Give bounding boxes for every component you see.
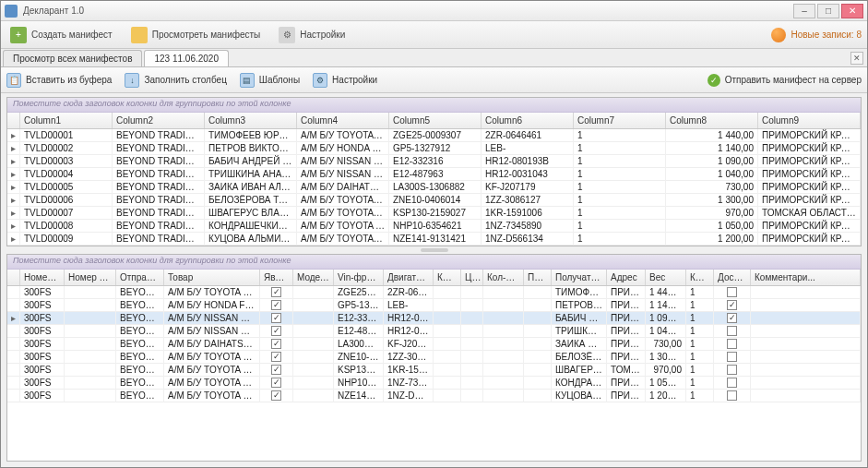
checkbox[interactable] xyxy=(271,339,281,349)
cell[interactable]: БАБИЧ АНДРЕЙ ЮРЬЕВИЧ xyxy=(205,155,297,168)
table-row[interactable]: ▸ 300FS BEYOND TRA... А/М Б/У NISSAN NOT… xyxy=(7,312,861,325)
cell[interactable] xyxy=(260,325,293,338)
cell[interactable] xyxy=(524,351,552,364)
cell[interactable]: ПРИМОРСКИЙ КРАЙ Г.УССУРИ... xyxy=(758,142,861,155)
cell[interactable]: 1 xyxy=(686,312,714,325)
cell[interactable] xyxy=(293,312,334,325)
cell[interactable] xyxy=(483,286,524,299)
cell[interactable]: КУЦОВА АЛЬМИ... xyxy=(552,390,607,402)
cell[interactable]: BEYOND TRA... xyxy=(116,364,164,377)
cell[interactable]: ПЕТРОВ ВИКТОР ВЛАДИСЛАВО... xyxy=(205,142,297,155)
cell[interactable] xyxy=(293,351,334,364)
cell[interactable]: 970,00 xyxy=(666,207,758,220)
cell[interactable]: ZGE25-0009... xyxy=(334,286,384,299)
cell[interactable]: 1KR-1591006 xyxy=(482,207,574,220)
cell[interactable]: А/М Б/У TOYOTA WISH xyxy=(297,129,389,142)
cell[interactable] xyxy=(65,325,116,338)
cell[interactable] xyxy=(434,325,461,338)
cell[interactable]: 1 040,00 xyxy=(666,168,758,181)
cell[interactable]: HR12-080193B xyxy=(482,155,574,168)
cell[interactable]: ТVLD00003 xyxy=(20,155,113,168)
cell[interactable] xyxy=(483,299,524,312)
cell[interactable]: 1 xyxy=(686,377,714,390)
cell[interactable] xyxy=(65,364,116,377)
cell[interactable]: ПРИМОРСК... xyxy=(607,390,646,402)
cell[interactable]: ПРИМОРСКИЙ КРАЙ Г.ВЛАДИВ... xyxy=(758,233,861,246)
table-row[interactable]: ▸ ТVLD00001 BEYOND TRADING LIMITED ТИМОФ… xyxy=(7,129,861,142)
column-header[interactable]: Вес xyxy=(646,270,686,285)
cell[interactable] xyxy=(461,299,483,312)
column-header[interactable]: Модель авто xyxy=(293,270,334,285)
templates-button[interactable]: ▤ Шаблоны xyxy=(240,73,300,88)
checkbox[interactable] xyxy=(271,287,281,297)
checkbox[interactable] xyxy=(727,352,737,362)
cell[interactable]: КУЦОВА АЛЬМИРА МАГАФУРО... xyxy=(205,233,297,246)
maximize-button[interactable]: □ xyxy=(817,4,839,18)
cell[interactable]: KSP130-215... xyxy=(334,364,384,377)
cell[interactable]: GP5-1327912 xyxy=(334,299,384,312)
cell[interactable]: 300FS xyxy=(20,338,65,351)
cell[interactable] xyxy=(434,312,461,325)
cell[interactable]: ТРИШКИНА АНА... xyxy=(552,325,607,338)
cell[interactable]: ПРИМОРСКИЙ КРАЙ Г.ВЛАДИВ... xyxy=(758,181,861,194)
cell[interactable] xyxy=(461,364,483,377)
cell[interactable]: 1 300,00 xyxy=(646,351,686,364)
cell[interactable]: 1 140,00 xyxy=(666,142,758,155)
cell[interactable]: КОНДРАШЕЧКИ... xyxy=(552,377,607,390)
cell[interactable]: BEYOND TRA... xyxy=(116,325,164,338)
cell[interactable]: 2ZR-0646461 xyxy=(482,129,574,142)
cell[interactable]: BEYOND TRADING LIMITED xyxy=(113,207,205,220)
column-header[interactable]: Отправитель xyxy=(116,270,164,285)
cell[interactable]: ПРИМОРСКИЙ КРАЙ Г.УССУРИ... xyxy=(758,129,861,142)
cell[interactable] xyxy=(751,286,861,299)
cell[interactable] xyxy=(751,312,861,325)
cell[interactable] xyxy=(751,390,861,402)
grid-settings-button[interactable]: ⚙ Настройки xyxy=(313,73,377,88)
cell[interactable] xyxy=(260,377,293,390)
cell[interactable]: LEB- xyxy=(384,299,434,312)
checkbox[interactable] xyxy=(727,300,737,310)
cell[interactable]: БАБИЧ АНДРЕЙ ... xyxy=(552,312,607,325)
cell[interactable]: КОНДРАШЕЧКИНА НАДЕЖДА ... xyxy=(205,220,297,233)
cell[interactable]: 300FS xyxy=(20,351,65,364)
cell[interactable]: ТРИШКИНА АНАСТАСИЯ ЕВГЕ... xyxy=(205,168,297,181)
splitter[interactable] xyxy=(6,246,862,254)
checkbox[interactable] xyxy=(727,365,737,375)
cell[interactable]: 1 xyxy=(686,325,714,338)
cell[interactable]: А/М Б/У HONDA FIT HYBRID xyxy=(297,142,389,155)
cell[interactable]: ПРИМОРСКИЙ КРАЙ Г.ВЛАДИВ... xyxy=(758,168,861,181)
cell[interactable]: LA300S-130... xyxy=(334,338,384,351)
cell[interactable]: 1 xyxy=(686,338,714,351)
column-header[interactable]: Vin-фрейм xyxy=(334,270,384,285)
column-header[interactable]: Column3 xyxy=(205,113,297,128)
cell[interactable]: ШВАГЕРУС ВЛАДИМИР ВИКТО... xyxy=(205,207,297,220)
column-header[interactable]: Товар xyxy=(164,270,260,285)
cell[interactable] xyxy=(524,364,552,377)
cell[interactable] xyxy=(751,325,861,338)
table-row[interactable]: ▸ ТVLD00006 BEYOND TRADING LIMITED БЕЛОЗ… xyxy=(7,194,861,207)
cell[interactable] xyxy=(524,390,552,402)
cell[interactable]: 2ZR-0646461 xyxy=(384,286,434,299)
table-row[interactable]: 300FS BEYOND TRA... А/М Б/У DAIHATSU MIR… xyxy=(7,338,861,351)
cell[interactable]: ЗАИКА ИВАН АЛЕКСАНДРОВИЧ xyxy=(205,181,297,194)
cell[interactable]: HR12-0031043 xyxy=(482,168,574,181)
checkbox[interactable] xyxy=(271,300,281,310)
column-header[interactable]: Адрес xyxy=(607,270,646,285)
cell[interactable]: BEYOND TRADING LIMITED xyxy=(113,220,205,233)
cell[interactable]: E12-487963 xyxy=(389,168,482,181)
cell[interactable]: 300FS xyxy=(20,390,65,402)
cell[interactable] xyxy=(260,338,293,351)
cell[interactable]: А/М Б/У NISSAN NOTE xyxy=(297,168,389,181)
column-header[interactable]: Column8 xyxy=(666,113,758,128)
column-header[interactable]: Column4 xyxy=(297,113,389,128)
cell[interactable]: BEYOND TRA... xyxy=(116,338,164,351)
cell[interactable]: ТVLD00007 xyxy=(20,207,113,220)
tab-close-button[interactable]: ✕ xyxy=(850,52,863,65)
cell[interactable] xyxy=(260,364,293,377)
cell[interactable]: 1NZ-D566134 xyxy=(482,233,574,246)
cell[interactable] xyxy=(65,351,116,364)
cell[interactable]: 1NZ-7345890 xyxy=(482,220,574,233)
cell[interactable]: 1 xyxy=(686,351,714,364)
checkbox[interactable] xyxy=(271,313,281,323)
cell[interactable]: 1 440,00 xyxy=(666,129,758,142)
